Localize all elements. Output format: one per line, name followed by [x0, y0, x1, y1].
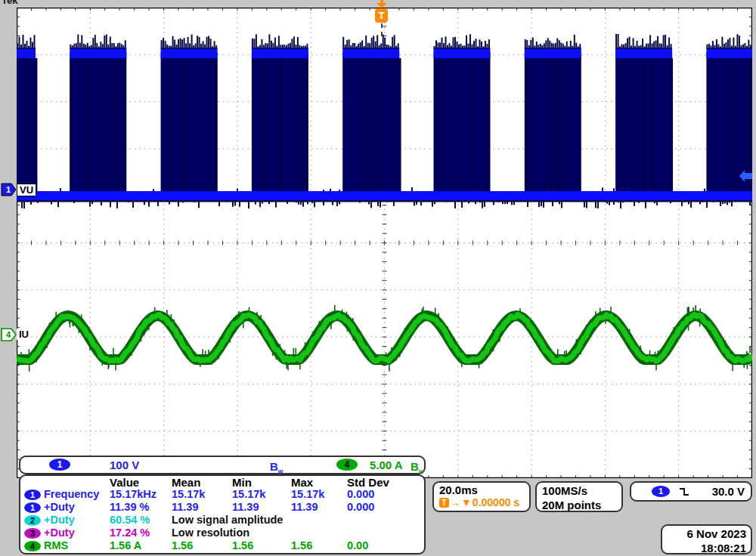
measurement-row-duty-ch3: 3+Duty 17.24 % Low resolution: [20, 527, 424, 539]
channel1-position-marker[interactable]: 1: [1, 183, 17, 196]
acquisition-readout[interactable]: 100MS/s 20M points: [535, 481, 623, 512]
warning-low-resolution: Low resolution: [172, 527, 424, 539]
svg-text:1: 1: [6, 185, 11, 194]
ch1-bandwidth-icon: BW: [270, 460, 283, 474]
timebase-scale: 20.0ms: [439, 483, 524, 496]
ch1-scale: 100 V: [110, 459, 139, 471]
trigger-position-readout: T→▼0.00000 s: [439, 496, 524, 508]
ch1-badge[interactable]: 1: [49, 459, 70, 471]
row1-ch-badge: 1: [24, 490, 41, 500]
time: 18:08:21: [667, 541, 746, 555]
trigger-source-badge: 1: [652, 486, 670, 497]
date: 6 Nov 2023: [667, 527, 746, 541]
row2-ch-badge: 1: [24, 502, 41, 513]
record-length: 20M points: [542, 498, 616, 512]
arrow-right-icon: →: [450, 496, 460, 508]
ch4-bandwidth-icon: BW: [411, 460, 423, 474]
channel-scale-bar[interactable]: 1 100 V BW 4 5.00 A BW: [19, 456, 426, 474]
measurement-row-rms: 4RMS 1.56 A1.561.561.560.00: [20, 539, 424, 552]
timebase-readout[interactable]: 20.0ms T→▼0.00000 s: [432, 481, 531, 512]
trigger-level: 30.0 V: [712, 485, 745, 498]
arrow-down-icon: ▼: [461, 496, 472, 508]
channel1-label: VU: [17, 184, 36, 196]
trigger-flag[interactable]: T: [375, 8, 388, 23]
trigger-readout[interactable]: 1 30.0 V: [630, 481, 752, 502]
tek-logo: Tek: [2, 0, 33, 5]
ch4-badge[interactable]: 4: [336, 459, 358, 471]
ch4-scale: 5.00 A: [370, 459, 403, 471]
measurement-header-row: Value Mean Min Max Std Dev: [20, 476, 424, 488]
row3-ch-badge: 2: [24, 515, 41, 526]
measurement-row-duty-ch2: 2+Duty 60.54 % Low signal amplitude: [20, 514, 424, 527]
trigger-t-icon: T: [439, 498, 449, 508]
trigger-dash-line: [381, 23, 383, 36]
sample-rate: 100MS/s: [542, 483, 616, 498]
trigger-position-arrow-icon[interactable]: [376, 0, 387, 8]
falling-edge-icon: [678, 486, 690, 497]
row5-ch-badge: 4: [24, 541, 41, 551]
row4-ch-badge: 3: [24, 528, 41, 539]
measurement-row-duty-ch1: 1+Duty 11.39 %11.3911.3911.390.000: [20, 501, 424, 514]
datetime-readout: 6 Nov 2023 18:08:21: [661, 524, 752, 554]
channel4-label: IU: [17, 329, 31, 340]
channel4-position-marker[interactable]: 4: [1, 328, 17, 341]
svg-text:4: 4: [6, 330, 11, 339]
scope-display: [17, 8, 752, 478]
measurement-table[interactable]: Value Mean Min Max Std Dev 1Frequency 15…: [19, 474, 426, 554]
waveform-traces: [17, 8, 752, 478]
warning-low-signal: Low signal amplitude: [172, 514, 424, 527]
measurement-row-frequency: 1Frequency 15.17kHz15.17k15.17k15.17k0.0…: [20, 488, 424, 501]
